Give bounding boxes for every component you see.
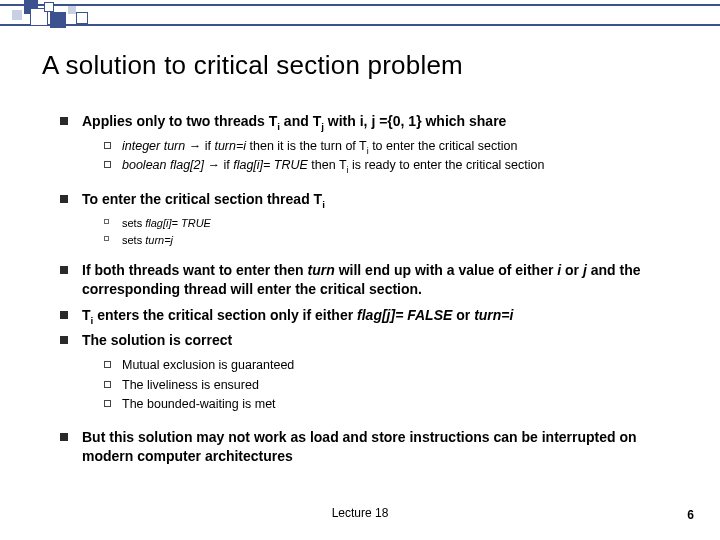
bullet-both-want-enter: If both threads want to enter then turn … [60, 261, 680, 299]
bullet-solution-correct: The solution is correct [60, 331, 680, 350]
bullet-may-not-work: But this solution may not work as load a… [60, 428, 680, 466]
bullet-to-enter: To enter the critical section thread Ti [60, 190, 680, 209]
subbullet-turn: integer turn → if turn=i then it is the … [104, 137, 680, 156]
subgroup-shared-vars: integer turn → if turn=i then it is the … [104, 137, 680, 176]
page-number: 6 [687, 508, 694, 522]
subbullet-set-turn: sets turn=j [104, 232, 680, 249]
bullet-applies-two-threads: Applies only to two threads Ti and Tj wi… [60, 112, 680, 131]
subgroup-correctness: Mutual exclusion is guaranteed The livel… [104, 356, 680, 414]
footer-lecture: Lecture 18 [0, 506, 720, 520]
slide-decoration [0, 0, 720, 32]
slide-body: Applies only to two threads Ti and Tj wi… [60, 112, 680, 472]
bullet-enter-condition: Ti enters the critical section only if e… [60, 306, 680, 325]
slide: A solution to critical section problem A… [0, 0, 720, 540]
subbullet-bounded-wait: The bounded-waiting is met [104, 395, 680, 414]
subbullet-set-flag: sets flag[i]= TRUE [104, 215, 680, 232]
slide-title: A solution to critical section problem [42, 50, 463, 81]
subbullet-flag: boolean flag[2] → if flag[i]= TRUE then … [104, 156, 680, 175]
subbullet-liveliness: The liveliness is ensured [104, 376, 680, 395]
subbullet-mutex: Mutual exclusion is guaranteed [104, 356, 680, 375]
subgroup-enter-steps: sets flag[i]= TRUE sets turn=j [104, 215, 680, 249]
